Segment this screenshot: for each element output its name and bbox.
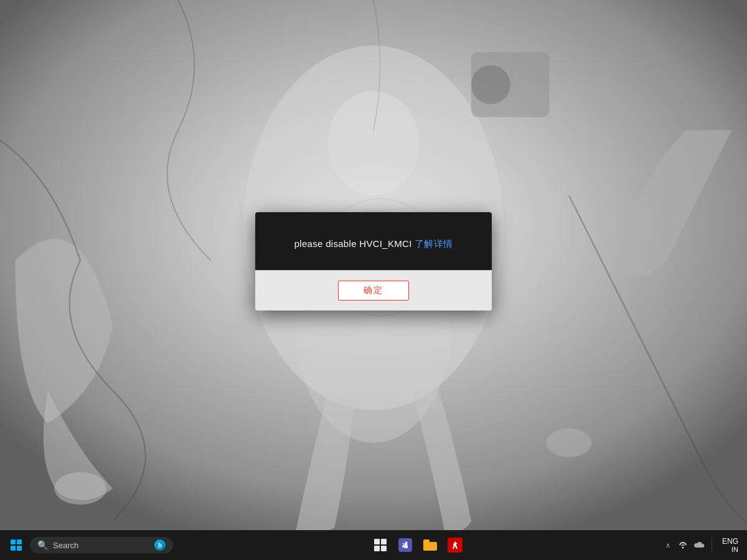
svg-rect-11: [381, 539, 387, 544]
language-clock[interactable]: ENG IN: [718, 536, 742, 554]
desktop: ⊙ please disable HVCI_KMCI 了解详情 确定: [0, 0, 747, 560]
svg-rect-10: [374, 539, 380, 544]
system-tray-expand-icon[interactable]: ∧: [663, 539, 673, 552]
taskbar-icon-rog[interactable]: [444, 534, 466, 556]
svg-rect-12: [374, 546, 380, 551]
network-icon[interactable]: [677, 539, 689, 551]
dialog-message-text: please disable HVCI_KMCI: [294, 238, 415, 249]
svg-point-14: [403, 543, 405, 545]
folder-icon: [423, 539, 437, 551]
confirm-button[interactable]: 确定: [338, 281, 409, 301]
taskbar-separator: [712, 538, 712, 553]
svg-rect-13: [381, 546, 387, 551]
bing-icon: b: [154, 539, 166, 551]
dialog-message: please disable HVCI_KMCI 了解详情: [294, 237, 453, 251]
language-label: ENG: [722, 537, 738, 546]
file-manager-icon: [374, 538, 387, 552]
svg-point-15: [682, 547, 684, 549]
dialog-learn-more-link[interactable]: 了解详情: [415, 238, 453, 249]
dialog-backdrop: please disable HVCI_KMCI 了解详情 确定: [0, 0, 747, 560]
taskbar: 🔍 Search b: [0, 530, 747, 560]
dialog: please disable HVCI_KMCI 了解详情 确定: [255, 212, 492, 310]
windows-logo-icon: [11, 539, 22, 551]
cloud-icon[interactable]: [693, 539, 705, 551]
search-icon: 🔍: [37, 540, 48, 550]
start-button[interactable]: [5, 534, 27, 556]
taskbar-icon-teams[interactable]: [394, 534, 416, 556]
taskbar-center: [173, 534, 663, 556]
search-label: Search: [53, 541, 149, 550]
teams-icon: [398, 538, 412, 552]
language-region: IN: [731, 546, 738, 553]
taskbar-icon-folder[interactable]: [419, 534, 441, 556]
search-bar[interactable]: 🔍 Search b: [30, 537, 173, 553]
rog-icon: [448, 538, 463, 553]
dialog-footer: 确定: [255, 270, 492, 310]
dialog-body: please disable HVCI_KMCI 了解详情: [255, 212, 492, 270]
taskbar-icon-file-manager[interactable]: [369, 534, 392, 556]
taskbar-right: ∧ ENG IN: [663, 536, 742, 554]
